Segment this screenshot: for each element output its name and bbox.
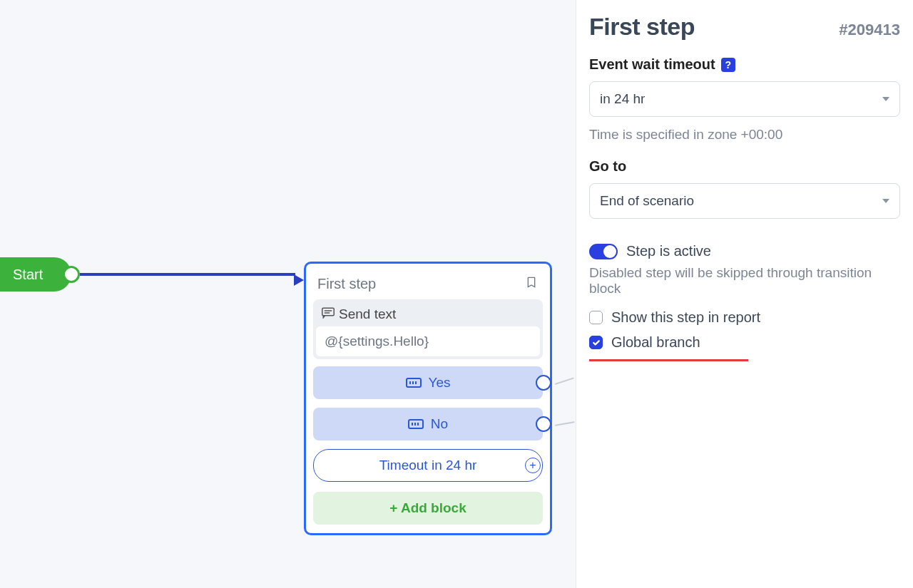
timeout-option[interactable]: Timeout in 24 hr + bbox=[313, 449, 543, 482]
connector-stub bbox=[555, 377, 574, 385]
start-node-label: Start bbox=[13, 267, 43, 283]
panel-title: First step bbox=[589, 13, 695, 41]
keyboard-icon bbox=[406, 378, 422, 388]
field-label: Go to bbox=[589, 158, 900, 175]
help-icon[interactable]: ? bbox=[721, 58, 735, 72]
properties-panel: First step #209413 Event wait timeout ? … bbox=[576, 0, 913, 588]
timeout-hint: Time is specified in zone +00:00 bbox=[589, 127, 900, 143]
show-in-report-checkbox[interactable] bbox=[589, 311, 603, 324]
send-text-block[interactable]: Send text @{settings.Hello} bbox=[313, 299, 543, 359]
field-label-text: Event wait timeout bbox=[589, 56, 715, 73]
timeout-select[interactable]: in 24 hr bbox=[589, 81, 900, 117]
select-value: End of scenario bbox=[600, 193, 694, 209]
send-text-block-title: Send text bbox=[339, 306, 396, 322]
chevron-down-icon bbox=[882, 199, 889, 203]
reply-option-label: No bbox=[431, 416, 448, 432]
connector-arrow-icon bbox=[294, 274, 304, 286]
step-active-row: Step is active bbox=[589, 243, 900, 259]
panel-step-id: #209413 bbox=[839, 21, 900, 39]
field-label: Event wait timeout ? bbox=[589, 56, 900, 73]
step-active-hint: Disabled step will be skipped through tr… bbox=[589, 265, 900, 296]
field-goto: Go to End of scenario bbox=[589, 158, 900, 219]
start-node[interactable]: Start bbox=[0, 257, 71, 292]
step-card-title: First step bbox=[317, 276, 376, 292]
show-in-report-row: Show this step in report bbox=[589, 309, 900, 326]
annotation-underline bbox=[589, 359, 748, 361]
timeout-option-label: Timeout in 24 hr bbox=[379, 458, 477, 473]
global-branch-checkbox[interactable] bbox=[589, 336, 603, 349]
goto-select[interactable]: End of scenario bbox=[589, 183, 900, 219]
step-active-toggle[interactable] bbox=[589, 244, 618, 259]
reply-option-label: Yes bbox=[429, 375, 451, 391]
send-text-block-header: Send text bbox=[316, 302, 540, 326]
connector-line bbox=[80, 273, 295, 276]
reply-option-no[interactable]: No bbox=[313, 408, 543, 440]
global-branch-label: Global branch bbox=[611, 334, 700, 351]
select-value: in 24 hr bbox=[600, 91, 645, 107]
field-event-wait-timeout: Event wait timeout ? in 24 hr Time is sp… bbox=[589, 56, 900, 143]
start-node-output-port[interactable] bbox=[63, 266, 80, 283]
panel-header: First step #209413 bbox=[589, 13, 900, 41]
global-branch-row: Global branch bbox=[589, 334, 900, 351]
connector-stub bbox=[555, 421, 575, 426]
reply-no-output-port[interactable] bbox=[536, 416, 551, 432]
add-block-button[interactable]: + Add block bbox=[313, 492, 543, 525]
reply-option-yes[interactable]: Yes bbox=[313, 366, 543, 399]
show-in-report-label: Show this step in report bbox=[611, 309, 760, 326]
step-card[interactable]: First step Send text @{settings.Hello} Y… bbox=[304, 262, 552, 535]
workflow-canvas[interactable]: Start First step Send text @{settings.He… bbox=[0, 0, 576, 588]
plus-icon[interactable]: + bbox=[525, 458, 541, 473]
field-label-text: Go to bbox=[589, 158, 626, 175]
add-block-label: + Add block bbox=[389, 500, 466, 516]
reply-yes-output-port[interactable] bbox=[536, 375, 551, 391]
svg-rect-0 bbox=[322, 308, 335, 316]
chat-icon bbox=[322, 306, 335, 322]
chevron-down-icon bbox=[882, 97, 889, 101]
send-text-block-body: @{settings.Hello} bbox=[316, 326, 540, 356]
keyboard-icon bbox=[408, 419, 424, 429]
step-card-header: First step bbox=[313, 271, 543, 299]
step-active-label: Step is active bbox=[626, 243, 711, 259]
bookmark-icon[interactable] bbox=[526, 275, 537, 292]
